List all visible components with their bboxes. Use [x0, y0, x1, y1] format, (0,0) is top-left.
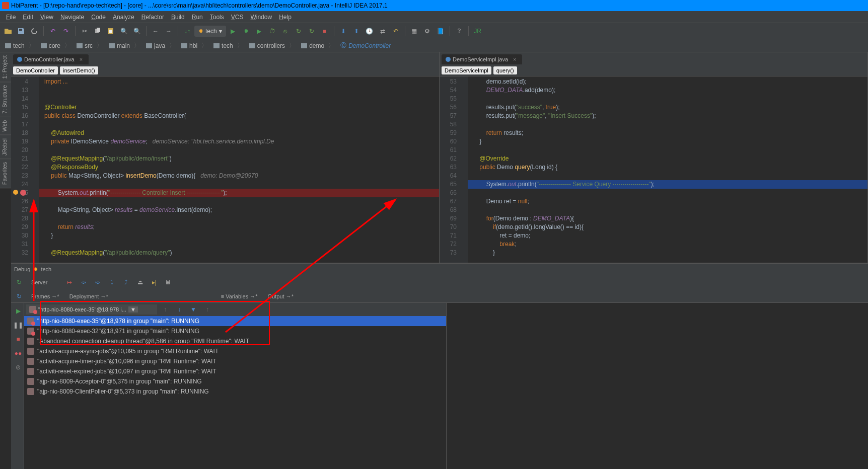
- code-area-left[interactable]: 4131415161718192021222324252627282930313…: [11, 76, 439, 263]
- coverage-icon[interactable]: ▶: [253, 25, 265, 37]
- back-icon[interactable]: ←: [150, 25, 162, 37]
- replace-icon[interactable]: 🔍: [131, 25, 143, 37]
- menu-file[interactable]: File: [3, 13, 19, 22]
- copy-icon[interactable]: [92, 25, 104, 37]
- settings-icon[interactable]: ⚙: [421, 25, 433, 37]
- run-icon[interactable]: ▶: [227, 25, 239, 37]
- restore-icon[interactable]: ↻: [13, 290, 25, 302]
- menu-tools[interactable]: Tools: [207, 13, 227, 22]
- thread-item[interactable]: "activiti-acquire-async-jobs"@10,095 in …: [24, 346, 446, 356]
- step-over-icon[interactable]: ⤼: [78, 276, 90, 288]
- cut-icon[interactable]: ✂: [79, 25, 91, 37]
- jrebel-debug-icon[interactable]: ↻: [306, 25, 318, 37]
- undo-icon[interactable]: ↶: [47, 25, 59, 37]
- thread-item[interactable]: "activiti-acquire-timer-jobs"@10,096 in …: [24, 356, 446, 366]
- tab-variables[interactable]: ≡ Variables →*: [217, 291, 262, 301]
- breadcrumb-item[interactable]: hbi: [178, 41, 210, 50]
- vcs-update-icon[interactable]: ⬇: [337, 25, 349, 37]
- tab-frames[interactable]: Frames →*: [27, 291, 63, 301]
- breadcrumb-item[interactable]: src: [74, 41, 106, 50]
- thread-combo[interactable]: "http-nio-8080-exec-35"@18,978 i... ▼: [26, 304, 157, 315]
- menu-analyze[interactable]: Analyze: [110, 13, 137, 22]
- code-left[interactable]: import ...@Controllerpublic class DemoCo…: [39, 76, 439, 263]
- drop-frame-icon[interactable]: ⏏: [134, 276, 146, 288]
- side-tab[interactable]: 1: Project: [0, 52, 11, 82]
- jrebel-run-icon[interactable]: ↻: [293, 25, 305, 37]
- redo-icon[interactable]: ↷: [60, 25, 72, 37]
- force-step-icon[interactable]: ⤵: [106, 276, 118, 288]
- menu-refactor[interactable]: Refactor: [138, 13, 167, 22]
- gutter-left[interactable]: 4131415161718192021222324252627282930313…: [11, 76, 39, 263]
- menu-edit[interactable]: Edit: [20, 13, 36, 22]
- sdk-icon[interactable]: 📘: [435, 25, 447, 37]
- run-to-cursor-icon[interactable]: ▸|: [148, 276, 160, 288]
- forward-icon[interactable]: →: [163, 25, 175, 37]
- tab-deployment[interactable]: Deployment →*: [65, 291, 112, 301]
- vcs-commit-icon[interactable]: ⬆: [350, 25, 363, 37]
- rerun-icon[interactable]: ↻: [13, 276, 25, 288]
- breadcrumb-item[interactable]: tech: [210, 41, 246, 50]
- menu-window[interactable]: Window: [247, 13, 275, 22]
- stop-icon[interactable]: ■: [319, 25, 331, 37]
- menu-view[interactable]: View: [37, 13, 56, 22]
- run-config-select[interactable]: ✹tech▾: [194, 26, 226, 37]
- view-bp-icon[interactable]: ●●: [12, 347, 24, 359]
- breadcrumb-item[interactable]: tech: [2, 41, 38, 50]
- menu-code[interactable]: Code: [88, 13, 109, 22]
- crumb-method[interactable]: insertDemo(): [60, 66, 98, 74]
- save-icon[interactable]: [15, 25, 27, 37]
- file-tab[interactable]: DemoController.java ×: [13, 54, 89, 64]
- close-icon[interactable]: ×: [513, 56, 516, 62]
- thread-item[interactable]: "http-nio-8080-exec-35"@18,978 in group …: [24, 316, 446, 326]
- side-tab[interactable]: Favorites: [0, 159, 11, 188]
- close-icon[interactable]: ×: [80, 56, 83, 62]
- paste-icon[interactable]: [105, 25, 117, 37]
- eval-icon[interactable]: 🖩: [162, 276, 174, 288]
- breadcrumb-item[interactable]: java: [143, 41, 178, 50]
- side-tab[interactable]: Web: [0, 117, 11, 135]
- vcs-revert-icon[interactable]: ↶: [390, 25, 402, 37]
- step-out-icon[interactable]: ⤴: [120, 276, 132, 288]
- build-icon[interactable]: ↓↑: [181, 25, 193, 37]
- thread-item[interactable]: "Abandoned connection cleanup thread"@8,…: [24, 336, 446, 346]
- thread-item[interactable]: "ajp-nio-8009-ClientPoller-0"@5,373 in g…: [24, 386, 446, 397]
- thread-item[interactable]: "ajp-nio-8009-Acceptor-0"@5,375 in group…: [24, 376, 446, 386]
- code-area-right[interactable]: 5354555657585960616263646566676869707172…: [440, 76, 867, 263]
- breadcrumb-item[interactable]: demo: [298, 41, 337, 50]
- open-icon[interactable]: [2, 25, 14, 37]
- vcs-history-icon[interactable]: 🕓: [364, 25, 376, 37]
- breakpoint-icon[interactable]: [20, 190, 26, 196]
- menu-navigate[interactable]: Navigate: [57, 13, 87, 22]
- breadcrumb-item[interactable]: ⒸDemoController: [337, 41, 398, 50]
- vcs-diff-icon[interactable]: ⇄: [377, 25, 389, 37]
- menu-vcs[interactable]: VCS: [228, 13, 247, 22]
- help-icon[interactable]: ？: [453, 25, 465, 37]
- find-icon[interactable]: 🔍: [118, 25, 130, 37]
- pause-icon[interactable]: ❚❚: [12, 319, 24, 331]
- crumb-method[interactable]: query(): [493, 66, 517, 74]
- tab-output[interactable]: Output →*: [264, 291, 298, 301]
- menu-run[interactable]: Run: [189, 13, 206, 22]
- crumb-class[interactable]: DemoServiceImpl: [442, 66, 491, 74]
- attach-icon[interactable]: ⎋: [279, 25, 292, 37]
- stop-debug-icon[interactable]: ■: [12, 333, 24, 345]
- jrebel-icon[interactable]: JR: [472, 25, 484, 37]
- thread-list[interactable]: "http-nio-8080-exec-35"@18,978 in group …: [24, 316, 446, 469]
- tab-server[interactable]: Server: [27, 277, 51, 287]
- profile-icon[interactable]: ⏱: [266, 25, 278, 37]
- thread-item[interactable]: "activiti-reset-expired-jobs"@10,097 in …: [24, 366, 446, 376]
- menu-build[interactable]: Build: [168, 13, 188, 22]
- gutter-right[interactable]: 5354555657585960616263646566676869707172…: [440, 76, 468, 263]
- step-into-icon[interactable]: ⤽: [92, 276, 104, 288]
- next-frame-icon[interactable]: ↓: [173, 303, 185, 316]
- sync-icon[interactable]: [28, 25, 40, 37]
- file-tab[interactable]: DemoServiceImpl.java ×: [442, 54, 522, 64]
- thread-item[interactable]: "http-nio-8080-exec-32"@18,971 in group …: [24, 326, 446, 336]
- up-icon[interactable]: ↑: [201, 303, 213, 316]
- show-exec-icon[interactable]: ↦: [63, 276, 76, 288]
- prev-frame-icon[interactable]: ↑: [159, 303, 171, 316]
- breadcrumb-item[interactable]: controllers: [246, 41, 298, 50]
- debug-icon[interactable]: ✹: [240, 25, 252, 37]
- mute-bp-icon[interactable]: ⊘: [12, 361, 24, 373]
- filter-icon[interactable]: ▼: [187, 303, 199, 316]
